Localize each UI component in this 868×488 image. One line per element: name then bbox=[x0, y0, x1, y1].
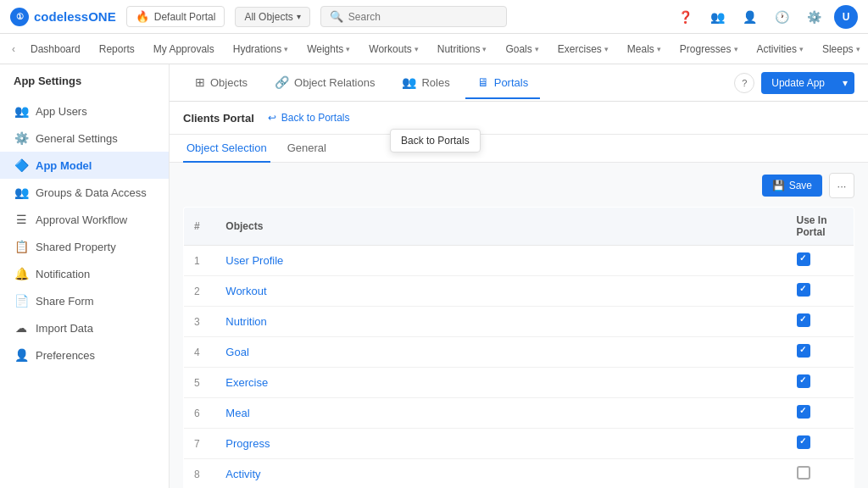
sidebar-label-share-form: Share Form bbox=[36, 295, 94, 308]
nav-workouts[interactable]: Workouts▾ bbox=[360, 38, 426, 60]
all-objects-button[interactable]: All Objects ▾ bbox=[235, 7, 309, 27]
object-link[interactable]: Nutrition bbox=[225, 315, 266, 328]
app-users-icon: 👥 bbox=[14, 104, 29, 118]
logo-text: codelessONE bbox=[34, 9, 116, 24]
object-relations-tab-icon: 🔗 bbox=[275, 75, 289, 89]
row-checkbox-cell bbox=[787, 307, 854, 337]
users-icon[interactable]: 👥 bbox=[705, 5, 729, 29]
avatar[interactable]: U bbox=[834, 5, 858, 29]
app-model-icon: 🔷 bbox=[14, 158, 29, 172]
sidebar-label-app-model: App Model bbox=[36, 159, 92, 172]
history-icon[interactable]: 🕐 bbox=[770, 5, 793, 29]
sidebar-item-app-model[interactable]: 🔷 App Model bbox=[0, 152, 169, 179]
table-head: # Objects Use In Portal bbox=[184, 208, 854, 246]
checkbox-checked[interactable] bbox=[797, 344, 810, 358]
table-area: 💾 Save ··· # Objects Use In Portal bbox=[170, 163, 868, 488]
save-icon: 💾 bbox=[772, 180, 785, 191]
help-icon[interactable]: ❓ bbox=[673, 5, 697, 29]
nav-hydrations[interactable]: Hydrations▾ bbox=[225, 38, 297, 60]
person-icon[interactable]: 👤 bbox=[737, 5, 761, 29]
groups-icon: 👥 bbox=[14, 186, 29, 199]
row-num: 5 bbox=[184, 368, 216, 398]
sidebar-item-share-form[interactable]: 📄 Share Form bbox=[0, 287, 169, 314]
general-settings-icon: ⚙️ bbox=[14, 131, 29, 145]
row-num: 1 bbox=[184, 246, 216, 276]
tab-help-button[interactable]: ? bbox=[734, 73, 754, 93]
tabs-header: ⊞ Objects 🔗 Object Relations 👥 Roles 🖥 P… bbox=[170, 64, 868, 102]
table-row: 2 Workout bbox=[184, 276, 854, 307]
sidebar-item-general-settings[interactable]: ⚙️ General Settings bbox=[0, 125, 169, 152]
portal-label: Default Portal bbox=[154, 11, 216, 23]
object-link[interactable]: Activity bbox=[225, 468, 260, 480]
tab-portals[interactable]: 🖥 Portals bbox=[465, 67, 540, 99]
logo-icon: ① bbox=[10, 8, 29, 26]
object-link[interactable]: Workout bbox=[225, 285, 266, 297]
sidebar-item-preferences[interactable]: 👤 Preferences bbox=[0, 341, 169, 369]
row-num: 4 bbox=[184, 337, 216, 368]
nav-dashboard[interactable]: Dashboard bbox=[22, 38, 89, 60]
checkbox-checked[interactable] bbox=[797, 374, 810, 388]
exercises-chevron-icon: ▾ bbox=[604, 45, 609, 53]
update-app-dropdown-icon: ▾ bbox=[836, 72, 854, 94]
sidebar-item-notification[interactable]: 🔔 Notification bbox=[0, 260, 169, 287]
objects-tab-icon: ⊞ bbox=[195, 75, 205, 89]
row-checkbox-cell bbox=[787, 368, 854, 398]
tab-objects[interactable]: ⊞ Objects bbox=[183, 67, 259, 99]
object-link[interactable]: Goal bbox=[225, 346, 248, 358]
sidebar-label-general-settings: General Settings bbox=[36, 132, 118, 145]
nav-activities[interactable]: Activities▾ bbox=[748, 38, 812, 60]
import-data-icon: ☁ bbox=[14, 321, 29, 335]
object-link[interactable]: Meal bbox=[225, 407, 249, 419]
checkbox-checked[interactable] bbox=[797, 313, 810, 327]
checkbox-checked[interactable] bbox=[797, 435, 810, 449]
roles-tab-icon: 👥 bbox=[402, 75, 416, 89]
checkbox-unchecked[interactable] bbox=[797, 466, 810, 480]
row-object-name: Exercise bbox=[215, 368, 786, 398]
nav-reports[interactable]: Reports bbox=[91, 38, 143, 60]
checkbox-checked[interactable] bbox=[797, 283, 810, 297]
nav-meals[interactable]: Meals▾ bbox=[619, 38, 670, 60]
tab-objects-label: Objects bbox=[210, 76, 248, 89]
update-app-button[interactable]: Update App ▾ bbox=[761, 72, 854, 94]
objects-table: # Objects Use In Portal 1 User Profile 2… bbox=[183, 207, 854, 488]
search-bar[interactable]: 🔍 bbox=[320, 6, 507, 27]
sidebar-title: App Settings bbox=[0, 75, 169, 97]
sidebar-item-shared-property[interactable]: 📋 Shared Property bbox=[0, 233, 169, 260]
sidebar-item-groups-data-access[interactable]: 👥 Groups & Data Access bbox=[0, 179, 169, 206]
goals-chevron-icon: ▾ bbox=[535, 45, 539, 53]
back-portals-tooltip: Back to Portals bbox=[390, 129, 481, 152]
tab-object-relations[interactable]: 🔗 Object Relations bbox=[263, 67, 387, 99]
save-button[interactable]: 💾 Save bbox=[762, 175, 822, 197]
sidebar-item-app-users[interactable]: 👥 App Users bbox=[0, 97, 169, 125]
checkbox-checked[interactable] bbox=[797, 252, 810, 266]
nav-my-approvals[interactable]: My Approvals bbox=[145, 38, 223, 60]
settings-icon[interactable]: ⚙️ bbox=[802, 5, 826, 29]
nav-sleeps[interactable]: Sleeps▾ bbox=[814, 38, 868, 60]
weights-chevron-icon: ▾ bbox=[346, 45, 350, 53]
sub-tab-object-selection[interactable]: Object Selection bbox=[183, 135, 270, 163]
object-link[interactable]: Progress bbox=[225, 437, 270, 450]
nav-exercises[interactable]: Exercises▾ bbox=[549, 38, 617, 60]
progresses-chevron-icon: ▾ bbox=[734, 45, 738, 53]
portal-selector[interactable]: 🔥 Default Portal bbox=[126, 6, 225, 27]
sidebar-item-import-data[interactable]: ☁ Import Data bbox=[0, 314, 169, 341]
nav-weights[interactable]: Weights▾ bbox=[298, 38, 359, 60]
topbar-actions: ❓ 👥 👤 🕐 ⚙️ U bbox=[673, 5, 858, 29]
tab-roles[interactable]: 👥 Roles bbox=[390, 67, 461, 99]
layout: App Settings 👥 App Users ⚙️ General Sett… bbox=[0, 64, 868, 488]
nav-goals[interactable]: Goals▾ bbox=[497, 38, 547, 60]
checkbox-checked[interactable] bbox=[797, 405, 810, 419]
object-link[interactable]: Exercise bbox=[225, 376, 268, 389]
nav-nutritions[interactable]: Nutritions▾ bbox=[429, 38, 496, 60]
tab-roles-label: Roles bbox=[421, 76, 449, 89]
sidebar-item-approval-workflow[interactable]: ☰ Approval Workflow bbox=[0, 206, 169, 233]
back-to-portals-button[interactable]: ↩ Back to Portals bbox=[261, 108, 357, 127]
row-num: 2 bbox=[184, 276, 216, 307]
nav-left-arrow[interactable]: ‹ bbox=[7, 40, 20, 58]
sub-tab-general[interactable]: General bbox=[284, 135, 330, 163]
nav-progresses[interactable]: Progresses▾ bbox=[671, 38, 747, 60]
row-object-name: Activity bbox=[215, 459, 786, 489]
search-input[interactable] bbox=[348, 11, 498, 23]
more-options-button[interactable]: ··· bbox=[829, 173, 854, 198]
object-link[interactable]: User Profile bbox=[225, 254, 283, 267]
